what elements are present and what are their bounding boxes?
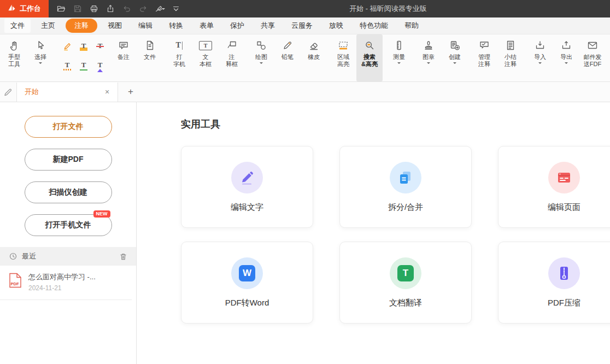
strikeout-text-icon[interactable]: T (93, 39, 107, 54)
ribbon-item-pencil[interactable]: 铅笔 (274, 34, 301, 81)
trash-icon[interactable] (119, 253, 127, 261)
ribbon-item-export[interactable]: 导出 (553, 34, 579, 81)
edit-pages-icon (548, 162, 580, 193)
share-export-icon[interactable] (103, 2, 118, 15)
print-icon[interactable] (87, 2, 101, 15)
ribbon-label: 绘图 (255, 54, 267, 61)
ribbon-item-attach-file[interactable]: 文件 (137, 34, 163, 81)
menu-tab-form[interactable]: 表单 (193, 19, 220, 33)
ribbon-item-measure[interactable]: 测量 (386, 34, 412, 81)
card-label: PDF压缩 (548, 298, 580, 308)
underline-text-icon[interactable]: T (77, 58, 90, 73)
quick-sign-icon[interactable] (152, 2, 167, 15)
ribbon-item-manage-comments[interactable]: 管理 注释 (471, 34, 497, 81)
customize-toolbar-icon[interactable] (169, 2, 183, 15)
tab-start[interactable]: 开始 × (16, 83, 118, 102)
stamp-icon (423, 38, 434, 52)
redo-icon[interactable] (136, 2, 150, 15)
ribbon-item-callout[interactable]: 注 释框 (219, 34, 245, 81)
ribbon-item-stamp[interactable]: 图章 (415, 34, 442, 81)
quick-access-toolbar (54, 2, 183, 15)
ribbon-item-drawing[interactable]: 绘图 (248, 34, 274, 81)
ribbon-item-summarize-comments[interactable]: 小结 注释 (497, 34, 524, 81)
menu-tab-view[interactable]: 视图 (102, 19, 128, 33)
menu-tab-featured[interactable]: 特色功能 (354, 19, 394, 33)
workbench-label: 工作台 (20, 4, 41, 14)
highlight-text-icon[interactable]: T (77, 39, 90, 54)
ribbon-label: 区域 (337, 54, 349, 61)
card-split-merge[interactable]: 拆分/合并 (339, 146, 472, 228)
workbench-button[interactable]: 工作台 (0, 0, 49, 17)
recent-section-header: 最近 (0, 247, 136, 266)
ribbon-item-select[interactable]: 选择 (27, 34, 54, 81)
hand-icon (9, 38, 20, 52)
card-edit-text[interactable]: 编辑文字 (181, 146, 313, 228)
menu-tab-cloud[interactable]: 云服务 (285, 19, 319, 33)
ribbon-item-import[interactable]: 导入 (527, 34, 553, 81)
ribbon-item-hand-tool[interactable]: 手型 工具 (1, 34, 27, 81)
edit-text-icon (231, 162, 263, 193)
close-tab-icon[interactable]: × (102, 87, 112, 97)
undo-icon[interactable] (120, 2, 134, 15)
new-tab-button[interactable]: + (125, 86, 137, 98)
menu-tab-protect[interactable]: 保护 (224, 19, 250, 33)
file-attachment-icon (144, 38, 155, 52)
ribbon-label: 工具 (8, 61, 20, 68)
tools-grid: 编辑文字 拆分/合并 编辑页面 W (181, 146, 610, 324)
ribbon-label: &高亮 (361, 61, 378, 68)
ribbon-item-note[interactable]: 备注 (110, 34, 137, 81)
ribbon-item-typewriter[interactable]: T 打 字机 (166, 34, 192, 81)
foxit-reader-window: 工作台 (0, 0, 610, 364)
envelope-icon (587, 38, 598, 52)
ribbon-label: 手型 (8, 54, 20, 61)
button-label: 新建PDF (53, 155, 84, 163)
ribbon-item-email-fdf[interactable]: 邮件发 送FDF (579, 34, 606, 81)
menu-tab-help[interactable]: 帮助 (398, 19, 425, 33)
foxit-logo-icon (8, 4, 16, 14)
summary-page-icon (505, 38, 516, 52)
open-file-button[interactable]: 打开文件 (25, 116, 112, 138)
ribbon-item-area-highlight[interactable]: 区域 高亮 (330, 34, 356, 81)
menu-tab-share[interactable]: 共享 (255, 19, 281, 33)
open-mobile-file-button[interactable]: 打开手机文件 NEW (25, 214, 112, 236)
pdf-file-icon: PDF (9, 273, 22, 290)
menu-tab-convert[interactable]: 转换 (163, 19, 189, 33)
ribbon-label: 文件 (144, 54, 156, 61)
window-title: 开始 - 福昕阅读器专业版 (349, 4, 427, 14)
squiggly-underline-icon[interactable]: T (61, 58, 74, 73)
card-label: 拆分/合并 (388, 202, 423, 213)
ribbon-label: 管理 (478, 54, 490, 61)
menu-tab-edit[interactable]: 编辑 (132, 19, 159, 33)
open-folder-icon[interactable] (54, 2, 68, 15)
card-translate[interactable]: T 文档翻译 (339, 242, 472, 324)
tab-bar-pencil-icon[interactable] (0, 87, 16, 97)
area-highlight-icon (338, 38, 349, 52)
highlighter-icon[interactable] (61, 39, 74, 54)
ribbon-label: 送FDF (584, 61, 601, 68)
ribbon-item-search-highlight[interactable]: 搜索 &高亮 (356, 34, 383, 81)
new-pdf-button[interactable]: 新建PDF (25, 149, 112, 171)
pdf-to-word-icon: W (231, 257, 263, 289)
recent-file-item[interactable]: PDF 怎么面对高中学习 -... 2024-11-21 (0, 266, 132, 300)
menu-tab-slideshow[interactable]: 放映 (323, 19, 349, 33)
ribbon-label: 注释 (505, 61, 517, 68)
insert-text-icon[interactable]: T (93, 58, 107, 73)
menu-tab-file[interactable]: 文件 (4, 19, 31, 33)
ribbon-item-create[interactable]: 创建 (442, 34, 468, 81)
ribbon-item-comment-style[interactable]: 注释 (606, 34, 610, 81)
menu-tab-comment[interactable]: 注释 (66, 19, 97, 33)
scanner-create-button[interactable]: 扫描仪创建 (25, 181, 112, 203)
card-pdf-to-word[interactable]: W PDF转Word (181, 242, 313, 324)
card-edit-pages[interactable]: 编辑页面 (498, 146, 610, 228)
ribbon-label: 图章 (423, 54, 435, 61)
card-pdf-compress[interactable]: PDF压缩 (498, 242, 610, 324)
ribbon-item-eraser[interactable]: 橡皮 (301, 34, 327, 81)
save-icon[interactable] (71, 2, 85, 15)
translate-icon: T (390, 257, 421, 289)
ribbon-item-textbox[interactable]: T 文 本框 (192, 34, 219, 81)
ribbon-label: 本框 (200, 61, 212, 68)
menu-tab-home[interactable]: 主页 (35, 19, 61, 33)
recent-file-info: 怎么面对高中学习 -... 2024-11-21 (28, 273, 96, 292)
card-label: 编辑文字 (231, 202, 263, 213)
button-label: 扫描仪创建 (49, 187, 87, 196)
